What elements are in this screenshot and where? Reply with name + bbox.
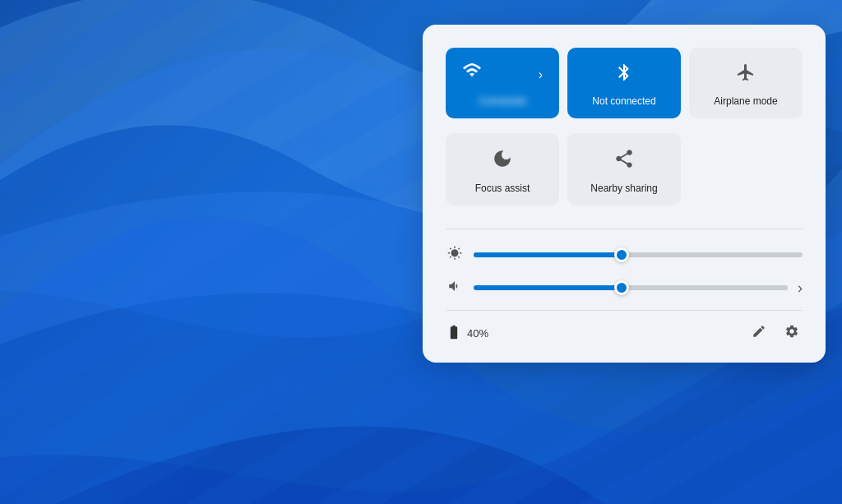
airplane-mode-button[interactable]: Airplane mode <box>689 48 803 118</box>
airplane-label: Airplane mode <box>714 95 777 107</box>
nearby-sharing-icon-wrap <box>613 148 635 174</box>
nearby-sharing-button[interactable]: Nearby sharing <box>567 133 681 206</box>
nearby-sharing-label: Nearby sharing <box>590 183 657 194</box>
bluetooth-button[interactable]: Not connected <box>567 48 681 118</box>
focus-assist-icon-wrap <box>492 148 513 174</box>
bluetooth-icon-wrap <box>614 62 634 87</box>
brightness-slider-container <box>474 252 803 257</box>
airplane-icon-wrap <box>736 62 756 87</box>
moon-icon <box>492 148 513 174</box>
edit-quick-settings-button[interactable] <box>748 321 770 346</box>
volume-row: › <box>446 279 803 297</box>
share-icon <box>613 148 635 174</box>
volume-icon <box>446 279 464 297</box>
footer: 40% <box>446 310 803 346</box>
quick-settings-panel: › Connected Not connected <box>423 25 826 363</box>
battery-percentage: 40% <box>467 327 488 340</box>
footer-actions <box>748 321 803 346</box>
open-settings-button[interactable] <box>781 321 803 346</box>
volume-expand-icon[interactable]: › <box>798 280 803 297</box>
battery-icon <box>446 324 462 343</box>
bluetooth-label: Not connected <box>592 95 655 107</box>
airplane-icon <box>736 62 756 87</box>
brightness-icon <box>446 246 464 264</box>
focus-assist-button[interactable]: Focus assist <box>446 133 559 206</box>
focus-assist-label: Focus assist <box>475 183 530 194</box>
quick-settings-row1: › Connected Not connected <box>446 48 803 118</box>
brightness-row <box>446 246 803 264</box>
wifi-label: Connected <box>479 95 526 107</box>
divider <box>446 229 803 229</box>
bluetooth-icon <box>614 62 634 87</box>
battery-info: 40% <box>446 324 488 343</box>
wifi-button[interactable]: › Connected <box>446 48 559 118</box>
wifi-icon <box>462 62 482 87</box>
quick-settings-row2: Focus assist Nearby sharing <box>446 133 803 206</box>
wifi-icon-wrap: › <box>456 62 549 87</box>
wifi-chevron-icon: › <box>539 67 543 82</box>
volume-slider-container <box>474 285 788 290</box>
empty-slot <box>689 133 803 206</box>
